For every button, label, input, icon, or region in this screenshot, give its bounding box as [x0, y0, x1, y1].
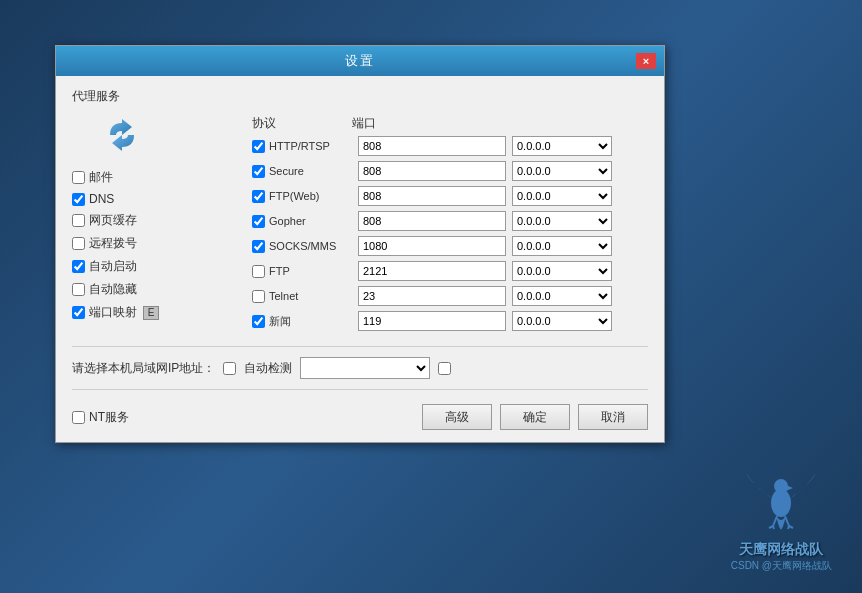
dns-label: DNS [89, 192, 114, 206]
cancel-button[interactable]: 取消 [578, 404, 648, 430]
dialog-content: 代理服务 [56, 76, 664, 442]
ip-extra-checkbox[interactable] [438, 362, 451, 375]
mail-checkbox[interactable] [72, 171, 85, 184]
socks-ip-select[interactable]: 0.0.0.0 [512, 236, 612, 256]
http-ip-select[interactable]: 0.0.0.0 [512, 136, 612, 156]
e-badge: E [143, 306, 159, 320]
ftp-ip-select[interactable]: 0.0.0.0 [512, 261, 612, 281]
dialup-checkbox[interactable] [72, 237, 85, 250]
autostart-label: 自动启动 [89, 258, 137, 275]
protocol-col-header: 协议 [252, 115, 352, 132]
svg-line-6 [785, 516, 789, 526]
ftpweb-label: FTP(Web) [269, 190, 320, 202]
svg-point-1 [774, 479, 788, 493]
socks-checkbox[interactable] [252, 240, 265, 253]
ok-button[interactable]: 确定 [500, 404, 570, 430]
news-label: 新闻 [269, 314, 291, 329]
separator-1 [72, 346, 648, 347]
section-title: 代理服务 [72, 88, 648, 105]
webcache-label: 网页缓存 [89, 212, 137, 229]
proxy-icon-row [72, 115, 242, 163]
telnet-label: Telnet [269, 290, 298, 302]
svg-marker-2 [786, 485, 793, 491]
ftpweb-checkbox[interactable] [252, 190, 265, 203]
telnet-ip-select[interactable]: 0.0.0.0 [512, 286, 612, 306]
title-bar: 设置 × [56, 46, 664, 76]
autohide-label: 自动隐藏 [89, 281, 137, 298]
dialog-title: 设置 [84, 52, 636, 70]
autostart-checkbox[interactable] [72, 260, 85, 273]
proto-row-news: 新闻 119 0.0.0.0 [252, 311, 648, 331]
http-label: HTTP/RTSP [269, 140, 330, 152]
proto-row-socks: SOCKS/MMS 1080 0.0.0.0 [252, 236, 648, 256]
portmap-checkbox[interactable] [72, 306, 85, 319]
mail-label: 邮件 [89, 169, 113, 186]
gopher-port-input[interactable]: 808 [358, 211, 506, 231]
secure-ip-select[interactable]: 0.0.0.0 [512, 161, 612, 181]
news-port-input[interactable]: 119 [358, 311, 506, 331]
dialup-label: 远程拨号 [89, 235, 137, 252]
svg-line-8 [788, 526, 789, 529]
ip-selection-label: 请选择本机局域网IP地址： [72, 360, 215, 377]
ftp-checkbox[interactable] [252, 265, 265, 278]
http-port-input[interactable]: 808 [358, 136, 506, 156]
gopher-checkbox[interactable] [252, 215, 265, 228]
ftp-port-input[interactable]: 2121 [358, 261, 506, 281]
checkbox-dialup[interactable]: 远程拨号 [72, 235, 242, 252]
nt-service-label: NT服务 [89, 409, 129, 426]
ftp-label: FTP [269, 265, 290, 277]
checkbox-autohide[interactable]: 自动隐藏 [72, 281, 242, 298]
watermark: 天鹰网络战队 CSDN @天鹰网络战队 [731, 458, 832, 573]
settings-dialog: 设置 × 代理服务 [55, 45, 665, 443]
socks-label: SOCKS/MMS [269, 240, 336, 252]
socks-port-input[interactable]: 1080 [358, 236, 506, 256]
separator-2 [72, 389, 648, 390]
proto-row-telnet: Telnet 23 0.0.0.0 [252, 286, 648, 306]
close-button[interactable]: × [636, 53, 656, 69]
checkbox-autostart[interactable]: 自动启动 [72, 258, 242, 275]
ftpweb-port-input[interactable]: 808 [358, 186, 506, 206]
advanced-button[interactable]: 高级 [422, 404, 492, 430]
checkbox-webcache[interactable]: 网页缓存 [72, 212, 242, 229]
ip-selection-row: 请选择本机局域网IP地址： 自动检测 [72, 357, 648, 379]
ip-dropdown[interactable] [300, 357, 430, 379]
telnet-checkbox[interactable] [252, 290, 265, 303]
http-checkbox[interactable] [252, 140, 265, 153]
secure-port-input[interactable]: 808 [358, 161, 506, 181]
nt-service-checkbox[interactable] [72, 411, 85, 424]
proto-row-secure: Secure 808 0.0.0.0 [252, 161, 648, 181]
proto-header: 协议 端口 [252, 115, 648, 132]
proto-row-gopher: Gopher 808 0.0.0.0 [252, 211, 648, 231]
proto-row-http: HTTP/RTSP 808 0.0.0.0 [252, 136, 648, 156]
svg-point-0 [771, 489, 791, 517]
checkbox-mail[interactable]: 邮件 [72, 169, 242, 186]
nt-service-area: NT服务 [72, 409, 414, 426]
svg-line-5 [773, 526, 774, 529]
left-column: 邮件 DNS 网页缓存 远程拨号 自动启动 [72, 115, 252, 336]
autohide-checkbox[interactable] [72, 283, 85, 296]
proto-row-ftp: FTP 2121 0.0.0.0 [252, 261, 648, 281]
secure-checkbox[interactable] [252, 165, 265, 178]
ftpweb-ip-select[interactable]: 0.0.0.0 [512, 186, 612, 206]
gopher-ip-select[interactable]: 0.0.0.0 [512, 211, 612, 231]
bottom-row: NT服务 高级 确定 取消 [72, 400, 648, 430]
secure-label: Secure [269, 165, 304, 177]
port-col-header: 端口 [352, 115, 507, 132]
portmap-label: 端口映射 [89, 304, 137, 321]
watermark-title: 天鹰网络战队 [731, 541, 832, 559]
checkbox-dns[interactable]: DNS [72, 192, 242, 206]
telnet-port-input[interactable]: 23 [358, 286, 506, 306]
webcache-checkbox[interactable] [72, 214, 85, 227]
checkbox-portmap[interactable]: 端口映射 E [72, 304, 242, 321]
proto-row-ftp-web: FTP(Web) 808 0.0.0.0 [252, 186, 648, 206]
auto-detect-label: 自动检测 [244, 360, 292, 377]
news-checkbox[interactable] [252, 315, 265, 328]
gopher-label: Gopher [269, 215, 306, 227]
watermark-sub: CSDN @天鹰网络战队 [731, 559, 832, 573]
proxy-icon [102, 115, 142, 155]
svg-line-3 [773, 516, 777, 526]
auto-detect-checkbox[interactable] [223, 362, 236, 375]
protocol-table: 协议 端口 HTTP/RTSP 808 0.0.0.0 Sec [252, 115, 648, 336]
dns-checkbox[interactable] [72, 193, 85, 206]
news-ip-select[interactable]: 0.0.0.0 [512, 311, 612, 331]
